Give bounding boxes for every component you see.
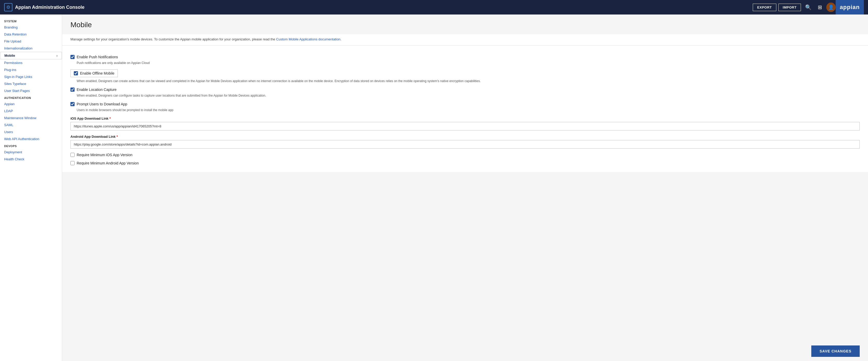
chevron-right-icon: ›: [57, 54, 58, 57]
enable-offline-checkbox[interactable]: [74, 71, 78, 76]
sidebar-item-permissions[interactable]: Permissions: [0, 59, 62, 66]
sidebar-item-sites-typeface[interactable]: Sites Typeface: [0, 80, 62, 87]
sidebar-item-appian[interactable]: Appian: [0, 100, 62, 108]
sidebar-item-web-api-auth[interactable]: Web API Authentication: [0, 136, 62, 143]
sidebar-item-data-retention[interactable]: Data Retention: [0, 31, 62, 38]
enable-push-checkbox[interactable]: [70, 55, 74, 59]
enable-offline-row: Enable Offline Mobile: [70, 69, 860, 77]
gear-icon: ⚙: [4, 3, 12, 11]
sidebar-item-user-start-pages[interactable]: User Start Pages: [0, 87, 62, 94]
require-min-ios-row: Require Minimum iOS App Version: [70, 153, 860, 157]
require-min-android-row: Require Minimum Android App Version: [70, 161, 860, 165]
export-button[interactable]: EXPORT: [753, 4, 776, 11]
save-bar: SAVE CHANGES: [803, 341, 868, 361]
sidebar-item-internationalization[interactable]: Internationalization: [0, 45, 62, 52]
appian-logo: appian: [836, 0, 864, 14]
header: ⚙ Appian Administration Console EXPORT I…: [0, 0, 868, 14]
content-area: Mobile Manage settings for your organiza…: [62, 14, 868, 361]
devops-section-label: DEVOPS: [0, 143, 62, 149]
enable-location-checkbox[interactable]: [70, 88, 74, 92]
app-title: Appian Administration Console: [15, 5, 85, 10]
offline-checkbox-container: Enable Offline Mobile: [70, 69, 118, 77]
sidebar-item-saml[interactable]: SAML: [0, 121, 62, 128]
prompt-download-sub-description: Users in mobile browsers should be promp…: [76, 108, 860, 112]
enable-location-label[interactable]: Enable Location Capture: [76, 88, 117, 92]
prompt-download-label[interactable]: Prompt Users to Download App: [76, 102, 127, 106]
android-link-field-label: Android App Download Link *: [70, 135, 860, 139]
sidebar: SYSTEM Branding Data Retention File Uplo…: [0, 14, 62, 361]
location-sub-description: When enabled, Designers can configure ta…: [76, 93, 860, 98]
push-sub-description: Push notifications are only available on…: [76, 61, 860, 65]
sidebar-item-maintenance-window[interactable]: Maintenance Window: [0, 115, 62, 121]
save-changes-button[interactable]: SAVE CHANGES: [811, 345, 860, 357]
enable-location-row: Enable Location Capture: [70, 88, 860, 92]
sidebar-item-plug-ins[interactable]: Plug-ins: [0, 66, 62, 73]
header-logo-area: ⚙ Appian Administration Console: [4, 3, 753, 11]
enable-push-row: Enable Push Notifications: [70, 55, 860, 59]
enable-offline-label[interactable]: Enable Offline Mobile: [80, 71, 115, 76]
ios-link-input[interactable]: [70, 122, 860, 130]
sidebar-item-file-upload[interactable]: File Upload: [0, 38, 62, 45]
prompt-download-checkbox[interactable]: [70, 102, 74, 106]
sidebar-item-sign-in-page-links[interactable]: Sign-in Page Links: [0, 73, 62, 80]
avatar[interactable]: 👤: [826, 3, 836, 12]
require-min-ios-checkbox[interactable]: [70, 153, 74, 157]
android-link-input[interactable]: [70, 140, 860, 149]
sidebar-item-mobile[interactable]: Mobile ›: [0, 52, 62, 59]
header-actions: EXPORT IMPORT 🔍 ⊞ 👤: [753, 3, 836, 12]
sidebar-item-branding[interactable]: Branding: [0, 24, 62, 31]
ios-link-field-label: iOS App Download Link *: [70, 117, 860, 120]
custom-mobile-doc-link[interactable]: Custom Mobile Applications documentation…: [276, 37, 341, 41]
search-icon-button[interactable]: 🔍: [803, 3, 814, 11]
enable-push-label[interactable]: Enable Push Notifications: [76, 55, 118, 59]
require-min-android-checkbox[interactable]: [70, 161, 74, 165]
settings-area: Enable Push Notifications Push notificat…: [62, 46, 868, 172]
apps-icon-button[interactable]: ⊞: [816, 3, 824, 11]
sidebar-item-users[interactable]: Users: [0, 128, 62, 136]
require-min-android-label[interactable]: Require Minimum Android App Version: [76, 161, 139, 165]
ios-required-asterisk: *: [109, 117, 111, 120]
offline-sub-description: When enabled, Designers can create actio…: [76, 79, 860, 83]
auth-section-label: AUTHENTICATION: [0, 94, 62, 100]
page-title: Mobile: [70, 21, 860, 29]
sidebar-item-deployment[interactable]: Deployment: [0, 149, 62, 156]
sidebar-item-ldap[interactable]: LDAP: [0, 108, 62, 115]
android-required-asterisk: *: [117, 135, 118, 139]
page-description: Manage settings for your organization's …: [62, 34, 868, 46]
require-min-ios-label[interactable]: Require Minimum iOS App Version: [76, 153, 132, 157]
system-section-label: SYSTEM: [0, 18, 62, 24]
prompt-download-row: Prompt Users to Download App: [70, 102, 860, 106]
sidebar-item-health-check[interactable]: Health Check: [0, 156, 62, 162]
import-button[interactable]: IMPORT: [778, 4, 801, 11]
main-layout: SYSTEM Branding Data Retention File Uplo…: [0, 14, 868, 361]
